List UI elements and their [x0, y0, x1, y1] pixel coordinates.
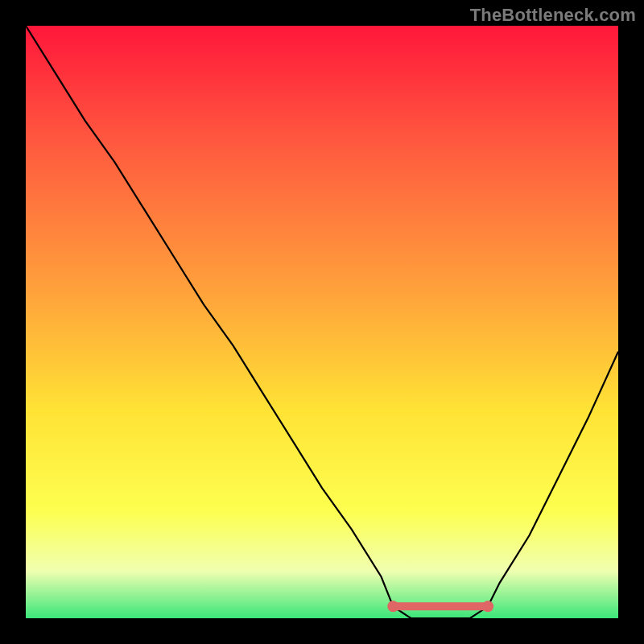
optimal-bar — [393, 602, 488, 610]
plot-background — [26, 26, 618, 618]
optimal-end-dot — [482, 601, 493, 612]
attribution-text: TheBottleneck.com — [470, 5, 636, 26]
chart-svg — [0, 0, 644, 644]
bottleneck-chart: TheBottleneck.com — [0, 0, 644, 644]
optimal-region-marker — [387, 601, 493, 612]
optimal-start-dot — [387, 601, 398, 612]
